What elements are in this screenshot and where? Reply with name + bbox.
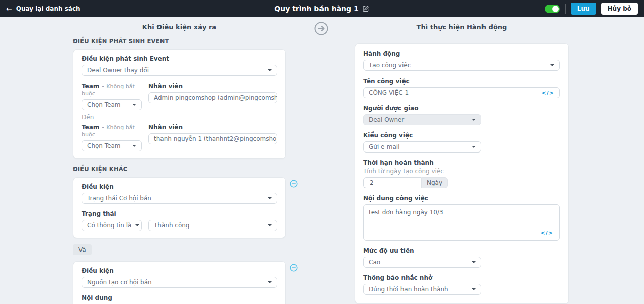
condition-label: Điều kiện bbox=[82, 183, 277, 190]
task-type-label: Kiểu công việc bbox=[363, 132, 560, 139]
chevron-down-icon bbox=[472, 119, 476, 121]
condition-value-select-1[interactable]: Thành công bbox=[148, 220, 277, 231]
task-name-value: CÔNG VIỆC 1 bbox=[369, 89, 409, 96]
page-title: Quy trình bán hàng 1 bbox=[274, 5, 369, 13]
toggle-knob bbox=[552, 6, 559, 12]
reminder-select[interactable]: Đúng thời hạn hoàn thành bbox=[363, 284, 481, 295]
chevron-down-icon bbox=[132, 145, 136, 147]
deadline-label: Thời hạn hoàn thành bbox=[363, 159, 560, 166]
condition-field-select-2[interactable]: Nguồn tạo cơ hội bán bbox=[82, 277, 277, 288]
from-team-label: Team bbox=[82, 83, 99, 90]
task-content-box: test đơn hàng ngày 10/3 </> bbox=[363, 204, 560, 241]
action-card: Hành động Tạo công việc Tên công việc CÔ… bbox=[355, 43, 569, 304]
task-type-value: Gửi e-mail bbox=[369, 143, 399, 150]
chevron-down-icon bbox=[268, 197, 272, 199]
save-button[interactable]: Lưu bbox=[571, 3, 596, 15]
priority-label: Mức độ ưu tiên bbox=[363, 247, 560, 254]
task-name-label: Tên công việc bbox=[363, 78, 560, 85]
from-staff-value: Admin pingcomshop (admin@pingcomshop) bbox=[154, 94, 277, 101]
condition-operator-select-1[interactable]: Có thông tin là bbox=[82, 220, 142, 231]
conditions-column-header: Khi Điều kiện xảy ra bbox=[73, 23, 286, 31]
from-team-select[interactable]: Chọn Team bbox=[82, 99, 142, 110]
priority-value: Cao bbox=[369, 259, 380, 266]
condition-card-1: Điều kiện Trạng thái Cơ hội bán Trạng th… bbox=[73, 177, 286, 238]
chevron-down-icon bbox=[550, 64, 554, 66]
priority-select[interactable]: Cao bbox=[363, 257, 481, 268]
remove-condition-button-1[interactable] bbox=[290, 180, 298, 188]
back-to-list-button[interactable]: ← Quay lại danh sách bbox=[6, 5, 80, 12]
chevron-down-icon bbox=[472, 261, 476, 263]
assignee-label: Người được giao bbox=[363, 105, 560, 112]
condition-field-value: Trạng thái Cơ hội bán bbox=[87, 195, 151, 202]
to-team-value: Chọn Team bbox=[87, 142, 120, 149]
actions-column-header: Thì thực hiện Hành động bbox=[355, 23, 569, 31]
event-condition-card: Điều kiện phát sinh Event Deal Owner tha… bbox=[73, 49, 286, 159]
conditions-column: Khi Điều kiện xảy ra ĐIỀU KIỆN PHÁT SINH… bbox=[73, 23, 286, 304]
condition-value: Thành công bbox=[154, 222, 189, 229]
actions-column: Thì thực hiện Hành động Hành động Tạo cô… bbox=[355, 23, 569, 304]
deadline-input[interactable] bbox=[363, 177, 421, 188]
topbar-actions: Lưu Hủy bỏ bbox=[545, 3, 638, 15]
chevron-down-icon bbox=[268, 281, 272, 283]
cancel-button[interactable]: Hủy bỏ bbox=[601, 3, 638, 15]
remove-condition-button-2[interactable] bbox=[290, 264, 298, 272]
chevron-down-icon bbox=[472, 288, 476, 290]
back-arrow-icon: ← bbox=[6, 5, 12, 12]
to-staff-label: Nhân viên bbox=[148, 124, 277, 131]
action-type-value: Tạo công việc bbox=[369, 62, 411, 69]
back-label: Quay lại danh sách bbox=[16, 5, 80, 12]
from-team-value: Chọn Team bbox=[87, 101, 120, 108]
condition-card-2: Điều kiện Nguồn tạo cơ hội bán Nội dung … bbox=[73, 261, 286, 304]
chevron-down-icon bbox=[268, 224, 272, 226]
workflow-title: Quy trình bán hàng 1 bbox=[274, 5, 358, 13]
deadline-unit: Ngày bbox=[421, 177, 448, 188]
reminder-value: Đúng thời hạn hoàn thành bbox=[369, 286, 448, 293]
task-content-textarea[interactable]: test đơn hàng ngày 10/3 bbox=[369, 209, 554, 229]
assignee-select[interactable]: Deal Owner bbox=[363, 114, 481, 125]
reminder-label: Thông báo nhắc nhở bbox=[363, 274, 560, 281]
operator-value: Có thông tin là bbox=[87, 222, 131, 229]
content-label: Nội dung bbox=[82, 294, 277, 301]
insert-variable-icon[interactable]: </> bbox=[542, 90, 554, 96]
assignee-value: Deal Owner bbox=[369, 116, 404, 123]
chevron-down-icon bbox=[132, 104, 136, 106]
condition-field-value: Nguồn tạo cơ hội bán bbox=[87, 279, 152, 286]
top-bar: ← Quay lại danh sách Quy trình bán hàng … bbox=[0, 0, 644, 17]
action-type-select[interactable]: Tạo công việc bbox=[363, 60, 560, 71]
task-name-input[interactable]: CÔNG VIỆC 1 </> bbox=[363, 87, 560, 98]
condition-to-action-arrow-icon bbox=[314, 22, 328, 37]
chevron-down-icon bbox=[268, 69, 272, 71]
action-label: Hành động bbox=[363, 50, 560, 57]
status-label: Trạng thái bbox=[82, 210, 277, 217]
task-content-label: Nội dung công việc bbox=[363, 195, 560, 202]
event-condition-label: Điều kiện phát sinh Event bbox=[82, 55, 277, 62]
event-type-value: Deal Owner thay đổi bbox=[87, 67, 149, 74]
active-toggle[interactable] bbox=[545, 5, 560, 13]
chevron-down-icon bbox=[472, 146, 476, 148]
to-staff-value: thanh nguyễn 1 (thanhnt2@pingcomshop) bbox=[154, 135, 277, 142]
chevron-down-icon bbox=[135, 224, 139, 226]
task-type-select[interactable]: Gửi e-mail bbox=[363, 141, 481, 153]
edit-title-icon[interactable] bbox=[363, 5, 370, 12]
insert-variable-icon[interactable]: </> bbox=[541, 230, 553, 236]
and-chip: Và bbox=[73, 244, 92, 255]
to-staff-select[interactable]: thanh nguyễn 1 (thanhnt2@pingcomshop) bbox=[148, 133, 277, 144]
from-staff-label: Nhân viên bbox=[148, 83, 277, 90]
condition-label: Điều kiện bbox=[82, 267, 277, 274]
to-team-label: Team bbox=[82, 124, 99, 131]
condition-field-select-1[interactable]: Trạng thái Cơ hội bán bbox=[82, 193, 277, 204]
section-event-conditions: ĐIỀU KIỆN PHÁT SINH EVENT bbox=[73, 38, 286, 45]
to-label: Đến bbox=[82, 114, 277, 121]
from-staff-select[interactable]: Admin pingcomshop (admin@pingcomshop) bbox=[148, 92, 277, 103]
deadline-group: Ngày bbox=[363, 177, 448, 188]
event-type-select[interactable]: Deal Owner thay đổi bbox=[82, 65, 277, 76]
section-other-conditions: ĐIỀU KIỆN KHÁC bbox=[73, 166, 286, 173]
topbar-divider bbox=[565, 4, 566, 14]
deadline-helper: Tính từ ngày tạo công việc bbox=[363, 168, 560, 175]
to-team-select[interactable]: Chọn Team bbox=[82, 140, 142, 151]
